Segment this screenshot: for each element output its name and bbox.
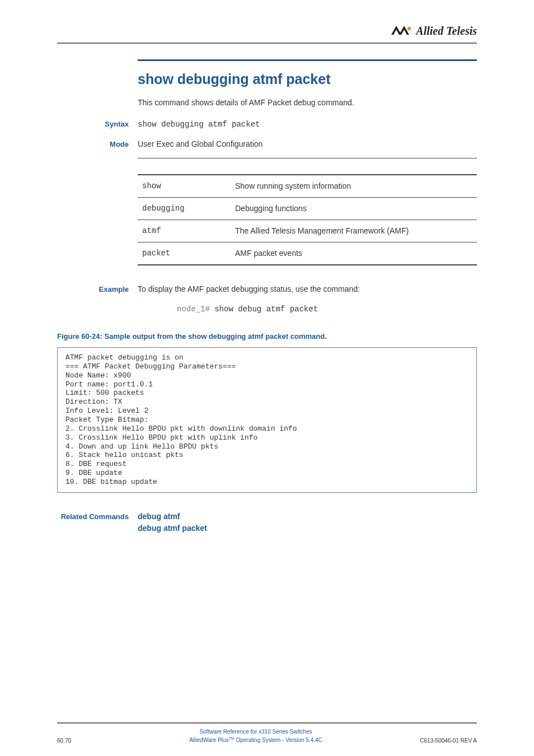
syntax-label: Syntax	[57, 119, 138, 130]
example-label: Example	[57, 284, 138, 295]
brand-logo-icon	[388, 25, 413, 39]
footer-page-number: 60.70	[57, 736, 102, 745]
command-prompt: node_1#	[177, 305, 210, 314]
table-row: debugging Debugging functions	[138, 197, 477, 220]
page-footer: 60.70 Software Reference for x310 Series…	[57, 722, 477, 745]
mode-label: Mode	[57, 139, 138, 150]
footer-line2a: AlliedWare Plus	[189, 738, 228, 744]
command-text: show debug atmf packet	[210, 305, 318, 314]
table-cell-desc: Debugging functions	[231, 197, 477, 220]
figure-caption: Figure 60-24: Sample output from the sho…	[57, 331, 477, 342]
svg-marker-0	[391, 26, 401, 35]
syntax-value: show debugging atmf packet	[138, 119, 477, 130]
divider	[138, 158, 477, 158]
mode-value: User Exec and Global Configuration	[138, 138, 477, 150]
table-row: packet AMF packet events	[138, 242, 477, 265]
table-row: atmf The Allied Telesis Management Frame…	[138, 220, 477, 242]
table-cell-desc: AMF packet events	[231, 242, 477, 265]
parameter-table: show Show running system information deb…	[138, 174, 477, 265]
svg-point-2	[407, 27, 411, 30]
intro-text: This command shows details of AMF Packet…	[138, 97, 477, 109]
title-rule	[138, 59, 477, 61]
table-cell-param: debugging	[138, 197, 231, 220]
brand-logo-text: Allied Telesis	[413, 22, 477, 39]
table-cell-param: show	[138, 175, 231, 198]
footer-revision: C613-50046-01 REV A	[410, 736, 477, 745]
table-cell-param: packet	[138, 242, 231, 265]
page-header: Allied Telesis	[57, 22, 477, 44]
footer-tm: TM	[228, 736, 234, 740]
related-commands-label: Related Commands	[57, 511, 138, 522]
table-cell-desc: The Allied Telesis Management Framework …	[231, 220, 477, 242]
table-row: show Show running system information	[138, 175, 477, 198]
sample-output-box: ATMF packet debugging is on === ATMF Pac…	[57, 347, 477, 493]
related-command-link[interactable]: debug atmf	[138, 511, 477, 522]
related-command-link[interactable]: debug atmf packet	[138, 522, 477, 534]
page-title: show debugging atmf packet	[138, 69, 477, 90]
svg-marker-1	[399, 26, 409, 35]
table-cell-desc: Show running system information	[231, 175, 477, 198]
example-value: To display the AMF packet debugging stat…	[138, 283, 477, 295]
example-command-line: node_1# show debug atmf packet	[177, 303, 477, 315]
table-cell-param: atmf	[138, 220, 231, 242]
footer-line2b: Operating System - Version 5.4.4C	[235, 738, 322, 744]
footer-center-text: Software Reference for x310 Series Switc…	[102, 728, 410, 745]
footer-line1: Software Reference for x310 Series Switc…	[199, 729, 312, 735]
